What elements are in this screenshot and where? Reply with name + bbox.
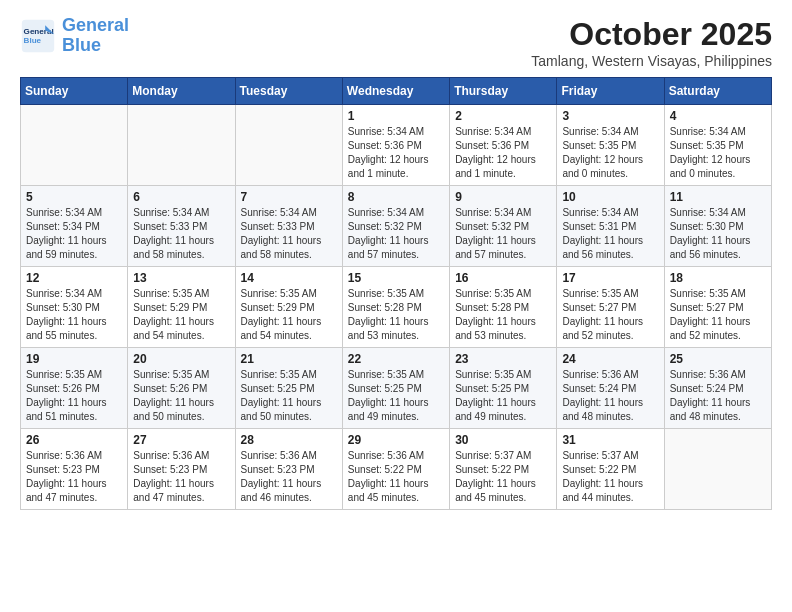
day-info: Sunrise: 5:36 AMSunset: 5:23 PMDaylight:…: [133, 449, 229, 505]
calendar-cell: 31Sunrise: 5:37 AMSunset: 5:22 PMDayligh…: [557, 429, 664, 510]
header-friday: Friday: [557, 78, 664, 105]
day-info: Sunrise: 5:34 AMSunset: 5:33 PMDaylight:…: [133, 206, 229, 262]
day-info: Sunrise: 5:35 AMSunset: 5:25 PMDaylight:…: [241, 368, 337, 424]
day-info: Sunrise: 5:34 AMSunset: 5:30 PMDaylight:…: [26, 287, 122, 343]
calendar-cell: 19Sunrise: 5:35 AMSunset: 5:26 PMDayligh…: [21, 348, 128, 429]
calendar-cell: 5Sunrise: 5:34 AMSunset: 5:34 PMDaylight…: [21, 186, 128, 267]
day-number: 20: [133, 352, 229, 366]
day-number: 31: [562, 433, 658, 447]
day-number: 16: [455, 271, 551, 285]
calendar-cell: 18Sunrise: 5:35 AMSunset: 5:27 PMDayligh…: [664, 267, 771, 348]
day-number: 26: [26, 433, 122, 447]
calendar-cell: 22Sunrise: 5:35 AMSunset: 5:25 PMDayligh…: [342, 348, 449, 429]
calendar-cell: 14Sunrise: 5:35 AMSunset: 5:29 PMDayligh…: [235, 267, 342, 348]
calendar-cell: 11Sunrise: 5:34 AMSunset: 5:30 PMDayligh…: [664, 186, 771, 267]
header: General Blue General Blue October 2025 T…: [20, 16, 772, 69]
calendar-cell: [21, 105, 128, 186]
calendar-cell: [664, 429, 771, 510]
header-thursday: Thursday: [450, 78, 557, 105]
day-number: 23: [455, 352, 551, 366]
calendar-cell: 27Sunrise: 5:36 AMSunset: 5:23 PMDayligh…: [128, 429, 235, 510]
day-info: Sunrise: 5:35 AMSunset: 5:26 PMDaylight:…: [26, 368, 122, 424]
logo: General Blue General Blue: [20, 16, 129, 56]
calendar-cell: 23Sunrise: 5:35 AMSunset: 5:25 PMDayligh…: [450, 348, 557, 429]
day-number: 18: [670, 271, 766, 285]
calendar-cell: 2Sunrise: 5:34 AMSunset: 5:36 PMDaylight…: [450, 105, 557, 186]
day-info: Sunrise: 5:36 AMSunset: 5:23 PMDaylight:…: [26, 449, 122, 505]
day-info: Sunrise: 5:35 AMSunset: 5:28 PMDaylight:…: [455, 287, 551, 343]
day-info: Sunrise: 5:37 AMSunset: 5:22 PMDaylight:…: [562, 449, 658, 505]
calendar-cell: 15Sunrise: 5:35 AMSunset: 5:28 PMDayligh…: [342, 267, 449, 348]
day-info: Sunrise: 5:34 AMSunset: 5:36 PMDaylight:…: [348, 125, 444, 181]
calendar-cell: 12Sunrise: 5:34 AMSunset: 5:30 PMDayligh…: [21, 267, 128, 348]
day-number: 28: [241, 433, 337, 447]
day-info: Sunrise: 5:35 AMSunset: 5:29 PMDaylight:…: [241, 287, 337, 343]
day-number: 25: [670, 352, 766, 366]
calendar-cell: 10Sunrise: 5:34 AMSunset: 5:31 PMDayligh…: [557, 186, 664, 267]
logo-line1: General: [62, 15, 129, 35]
day-number: 13: [133, 271, 229, 285]
day-info: Sunrise: 5:35 AMSunset: 5:25 PMDaylight:…: [455, 368, 551, 424]
day-number: 21: [241, 352, 337, 366]
day-number: 2: [455, 109, 551, 123]
calendar-cell: 6Sunrise: 5:34 AMSunset: 5:33 PMDaylight…: [128, 186, 235, 267]
day-info: Sunrise: 5:36 AMSunset: 5:23 PMDaylight:…: [241, 449, 337, 505]
calendar-cell: 3Sunrise: 5:34 AMSunset: 5:35 PMDaylight…: [557, 105, 664, 186]
day-number: 14: [241, 271, 337, 285]
day-info: Sunrise: 5:34 AMSunset: 5:34 PMDaylight:…: [26, 206, 122, 262]
day-info: Sunrise: 5:34 AMSunset: 5:32 PMDaylight:…: [455, 206, 551, 262]
calendar-cell: 29Sunrise: 5:36 AMSunset: 5:22 PMDayligh…: [342, 429, 449, 510]
day-number: 11: [670, 190, 766, 204]
day-info: Sunrise: 5:34 AMSunset: 5:30 PMDaylight:…: [670, 206, 766, 262]
day-number: 7: [241, 190, 337, 204]
day-info: Sunrise: 5:34 AMSunset: 5:35 PMDaylight:…: [670, 125, 766, 181]
calendar-cell: 25Sunrise: 5:36 AMSunset: 5:24 PMDayligh…: [664, 348, 771, 429]
logo-icon: General Blue: [20, 18, 56, 54]
calendar-cell: 28Sunrise: 5:36 AMSunset: 5:23 PMDayligh…: [235, 429, 342, 510]
day-info: Sunrise: 5:36 AMSunset: 5:24 PMDaylight:…: [562, 368, 658, 424]
logo-line2: Blue: [62, 35, 101, 55]
day-info: Sunrise: 5:36 AMSunset: 5:22 PMDaylight:…: [348, 449, 444, 505]
day-info: Sunrise: 5:34 AMSunset: 5:32 PMDaylight:…: [348, 206, 444, 262]
day-number: 3: [562, 109, 658, 123]
logo-text: General Blue: [62, 16, 129, 56]
day-info: Sunrise: 5:36 AMSunset: 5:24 PMDaylight:…: [670, 368, 766, 424]
day-info: Sunrise: 5:34 AMSunset: 5:36 PMDaylight:…: [455, 125, 551, 181]
svg-text:Blue: Blue: [24, 36, 42, 45]
day-number: 30: [455, 433, 551, 447]
page: General Blue General Blue October 2025 T…: [0, 0, 792, 526]
calendar-cell: 24Sunrise: 5:36 AMSunset: 5:24 PMDayligh…: [557, 348, 664, 429]
month-title: October 2025: [531, 16, 772, 53]
header-tuesday: Tuesday: [235, 78, 342, 105]
day-number: 4: [670, 109, 766, 123]
day-info: Sunrise: 5:35 AMSunset: 5:28 PMDaylight:…: [348, 287, 444, 343]
calendar-cell: [235, 105, 342, 186]
header-wednesday: Wednesday: [342, 78, 449, 105]
day-number: 29: [348, 433, 444, 447]
day-number: 5: [26, 190, 122, 204]
day-info: Sunrise: 5:34 AMSunset: 5:33 PMDaylight:…: [241, 206, 337, 262]
day-number: 6: [133, 190, 229, 204]
calendar-cell: 13Sunrise: 5:35 AMSunset: 5:29 PMDayligh…: [128, 267, 235, 348]
day-info: Sunrise: 5:34 AMSunset: 5:31 PMDaylight:…: [562, 206, 658, 262]
day-number: 15: [348, 271, 444, 285]
day-info: Sunrise: 5:34 AMSunset: 5:35 PMDaylight:…: [562, 125, 658, 181]
calendar-cell: 26Sunrise: 5:36 AMSunset: 5:23 PMDayligh…: [21, 429, 128, 510]
day-number: 10: [562, 190, 658, 204]
day-number: 24: [562, 352, 658, 366]
calendar-cell: 1Sunrise: 5:34 AMSunset: 5:36 PMDaylight…: [342, 105, 449, 186]
calendar-cell: 21Sunrise: 5:35 AMSunset: 5:25 PMDayligh…: [235, 348, 342, 429]
calendar-week-4: 26Sunrise: 5:36 AMSunset: 5:23 PMDayligh…: [21, 429, 772, 510]
day-number: 12: [26, 271, 122, 285]
title-block: October 2025 Tamlang, Western Visayas, P…: [531, 16, 772, 69]
day-number: 17: [562, 271, 658, 285]
calendar-cell: [128, 105, 235, 186]
calendar-cell: 8Sunrise: 5:34 AMSunset: 5:32 PMDaylight…: [342, 186, 449, 267]
calendar-cell: 7Sunrise: 5:34 AMSunset: 5:33 PMDaylight…: [235, 186, 342, 267]
header-saturday: Saturday: [664, 78, 771, 105]
calendar-week-1: 5Sunrise: 5:34 AMSunset: 5:34 PMDaylight…: [21, 186, 772, 267]
day-info: Sunrise: 5:35 AMSunset: 5:27 PMDaylight:…: [562, 287, 658, 343]
day-number: 9: [455, 190, 551, 204]
day-number: 27: [133, 433, 229, 447]
calendar-table: Sunday Monday Tuesday Wednesday Thursday…: [20, 77, 772, 510]
